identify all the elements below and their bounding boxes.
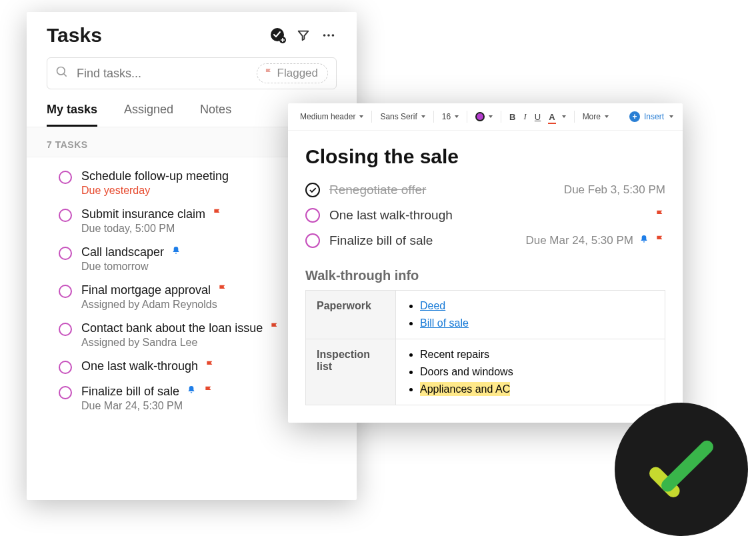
note-task-row[interactable]: Finalize bill of sale Due Mar 24, 5:30 P…: [305, 228, 665, 253]
bell-icon: [171, 245, 181, 259]
list-item: Doors and windows: [420, 363, 654, 381]
flag-icon: [655, 234, 665, 248]
more-icon[interactable]: [321, 27, 337, 43]
chevron-down-icon: [455, 115, 459, 118]
link-deed[interactable]: Deed: [420, 300, 445, 311]
note-section-heading: Walk-through info: [305, 268, 665, 283]
more-dropdown[interactable]: More: [580, 111, 611, 123]
color-picker[interactable]: [473, 111, 495, 123]
info-table: Paperwork Deed Bill of sale Inspection l…: [305, 290, 665, 405]
task-checkbox[interactable]: [305, 233, 320, 248]
chevron-down-icon: [605, 115, 609, 118]
list-item: Recent repairs: [420, 346, 654, 363]
table-header: Inspection list: [306, 339, 396, 405]
bell-icon: [639, 234, 649, 248]
task-checkbox[interactable]: [59, 386, 72, 399]
note-title[interactable]: Closing the sale: [305, 145, 665, 168]
note-task-title: Renegotiate offer: [329, 183, 426, 197]
svg-point-4: [332, 34, 335, 37]
flagged-filter-chip[interactable]: Flagged: [257, 63, 328, 83]
checkmark-icon: [641, 429, 721, 509]
list-item: Appliances and AC: [420, 381, 654, 398]
tab-assigned[interactable]: Assigned: [124, 103, 173, 127]
note-task-row[interactable]: One last walk-through: [305, 203, 665, 228]
note-task-due: Due Feb 3, 5:30 PM: [564, 183, 665, 197]
svg-point-3: [327, 34, 330, 37]
bell-icon: [186, 385, 197, 399]
search-icon: [55, 65, 69, 81]
insert-button[interactable]: + Insert: [629, 111, 673, 122]
flag-icon: [655, 209, 665, 223]
tab-notes[interactable]: Notes: [200, 103, 231, 127]
note-panel: Medium header Sans Serif 16 B I U A More…: [288, 103, 683, 423]
note-task-title: One last walk-through: [329, 208, 453, 223]
task-title: One last walk-through: [81, 359, 198, 373]
task-checkbox[interactable]: [59, 361, 72, 374]
note-task-row[interactable]: Renegotiate offer Due Feb 3, 5:30 PM: [305, 177, 665, 203]
flag-icon: [205, 359, 215, 373]
textcolor-button[interactable]: A: [546, 111, 568, 123]
table-header: Paperwork: [306, 291, 396, 339]
search-input[interactable]: [75, 66, 250, 81]
flag-icon: [217, 283, 228, 297]
filter-icon[interactable]: [295, 27, 311, 43]
heading-dropdown[interactable]: Medium header: [297, 111, 366, 123]
bold-button[interactable]: B: [507, 111, 518, 123]
plus-icon: +: [629, 111, 640, 122]
task-title: Schedule follow-up meeting: [81, 169, 229, 183]
link-bill-of-sale[interactable]: Bill of sale: [420, 317, 469, 329]
task-checkbox[interactable]: [305, 208, 320, 223]
note-task-due: Due Mar 24, 5:30 PM: [525, 234, 633, 247]
svg-point-2: [323, 34, 326, 37]
chevron-down-icon: [421, 115, 425, 118]
task-checkbox[interactable]: [59, 285, 72, 298]
chevron-down-icon: [359, 115, 363, 118]
note-task-title: Finalize bill of sale: [329, 233, 433, 248]
fontsize-dropdown[interactable]: 16: [439, 111, 461, 123]
task-checkbox[interactable]: [59, 171, 72, 184]
task-checkbox[interactable]: [59, 247, 72, 260]
italic-button[interactable]: I: [521, 110, 529, 123]
checked-circle-icon[interactable]: [305, 183, 320, 197]
chevron-down-icon: [562, 115, 566, 118]
chevron-down-icon: [489, 115, 493, 118]
task-title: Finalize bill of sale: [81, 385, 179, 399]
flagged-chip-label: Flagged: [277, 67, 318, 80]
task-title: Contact bank about the loan issue: [81, 321, 263, 335]
task-checkbox[interactable]: [59, 209, 72, 222]
flag-icon: [264, 67, 273, 80]
task-title: Submit insurance claim: [81, 207, 205, 221]
flag-icon: [269, 321, 280, 335]
flag-icon: [212, 207, 223, 221]
task-checkbox[interactable]: [59, 323, 72, 336]
success-badge: [615, 403, 748, 536]
task-title: Final mortgage approval: [81, 283, 211, 297]
task-title: Call landscaper: [81, 245, 164, 259]
underline-button[interactable]: U: [532, 111, 543, 123]
color-ring-icon: [475, 112, 485, 121]
tab-my-tasks[interactable]: My tasks: [47, 103, 97, 127]
font-dropdown[interactable]: Sans Serif: [377, 111, 427, 123]
flag-icon: [203, 385, 214, 399]
tasks-header-actions: [270, 27, 337, 43]
editor-toolbar: Medium header Sans Serif 16 B I U A More…: [288, 103, 683, 131]
search-box[interactable]: Flagged: [47, 57, 337, 89]
svg-point-5: [57, 67, 65, 75]
chevron-down-icon: [669, 115, 673, 118]
add-task-icon[interactable]: [270, 27, 286, 43]
tasks-title: Tasks: [47, 24, 102, 47]
note-body: Closing the sale Renegotiate offer Due F…: [288, 131, 683, 405]
highlighted-text: Appliances and AC: [420, 382, 510, 396]
